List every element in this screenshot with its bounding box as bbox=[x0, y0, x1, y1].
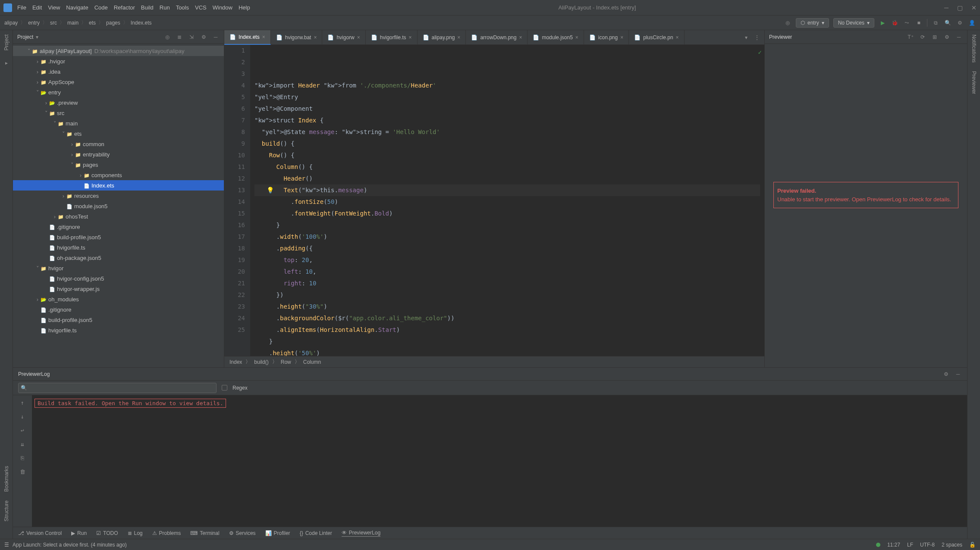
tabs-more-icon[interactable]: ⋮ bbox=[753, 34, 761, 41]
gear-icon[interactable]: ⚙ bbox=[943, 33, 951, 41]
menu-window[interactable]: Window bbox=[213, 4, 232, 11]
settings-icon[interactable]: ⚙ bbox=[956, 19, 964, 27]
tree-row[interactable]: build-profile.json5 bbox=[13, 232, 224, 242]
run-icon[interactable]: ▶ bbox=[879, 19, 886, 27]
pick-icon[interactable]: ⊞ bbox=[931, 33, 939, 41]
tree-row[interactable]: ›.hvigor bbox=[13, 56, 224, 66]
tree-row[interactable]: ›.idea bbox=[13, 66, 224, 77]
tree-row[interactable]: ›.preview bbox=[13, 97, 224, 108]
editor-tab[interactable]: 📄icon.png× bbox=[584, 30, 629, 45]
tree-row[interactable]: ˅src bbox=[13, 108, 224, 118]
close-tab-icon[interactable]: × bbox=[620, 34, 623, 41]
tree-row[interactable]: ˅pages bbox=[13, 159, 224, 170]
project-tab[interactable]: Project bbox=[3, 34, 9, 50]
tree-row[interactable]: .gitignore bbox=[13, 304, 224, 315]
tree-row[interactable]: ˅entry bbox=[13, 87, 224, 97]
status-icon[interactable]: ☰ bbox=[4, 542, 9, 548]
collapse-icon[interactable]: ≣ bbox=[176, 33, 183, 41]
menu-code[interactable]: Code bbox=[94, 4, 108, 11]
menu-refactor[interactable]: Refactor bbox=[114, 4, 135, 11]
breadcrumb-item[interactable]: entry bbox=[28, 20, 40, 26]
close-tab-icon[interactable]: × bbox=[676, 34, 679, 41]
maximize-icon[interactable]: ▢ bbox=[957, 4, 963, 11]
target-icon[interactable]: ◎ bbox=[784, 19, 792, 27]
expand-icon[interactable]: ⇲ bbox=[188, 33, 195, 41]
tool-window-tab[interactable]: ▶Run bbox=[71, 530, 87, 536]
cursor-position[interactable]: 11:27 bbox=[887, 542, 900, 548]
editor-tab[interactable]: 📄arrowDown.png× bbox=[466, 30, 528, 45]
tabs-dropdown-icon[interactable]: ▾ bbox=[742, 34, 750, 41]
hide-icon[interactable]: ─ bbox=[954, 370, 962, 378]
encoding[interactable]: UTF-8 bbox=[920, 542, 935, 548]
menu-edit[interactable]: Edit bbox=[32, 4, 42, 11]
tree-row[interactable]: ›oh_modules bbox=[13, 294, 224, 304]
menu-navigate[interactable]: Navigate bbox=[66, 4, 88, 11]
device-selector[interactable]: No Devices▾ bbox=[833, 18, 874, 28]
tree-row[interactable]: ›resources bbox=[13, 191, 224, 201]
close-tab-icon[interactable]: × bbox=[575, 34, 578, 41]
refresh-icon[interactable]: ⟳ bbox=[919, 33, 927, 41]
menu-help[interactable]: Help bbox=[239, 4, 250, 11]
editor-tab[interactable]: 📄module.json5× bbox=[528, 30, 584, 45]
tree-row[interactable]: ›AppScope bbox=[13, 77, 224, 87]
breadcrumb-item[interactable]: src bbox=[50, 20, 57, 26]
structure-tab[interactable]: Structure bbox=[3, 500, 9, 522]
tree-row[interactable]: Index.ets bbox=[13, 180, 224, 191]
breadcrumb-item[interactable]: pages bbox=[106, 20, 120, 26]
tree-row[interactable]: ›entryability bbox=[13, 149, 224, 159]
previewer-tab[interactable]: Previewer bbox=[971, 71, 977, 94]
lock-icon[interactable]: 🔓 bbox=[969, 542, 976, 548]
breadcrumb-item[interactable]: main bbox=[67, 20, 79, 26]
hide-icon[interactable]: ─ bbox=[955, 33, 963, 41]
hide-icon[interactable]: ─ bbox=[212, 33, 220, 41]
tree-row[interactable]: module.json5 bbox=[13, 201, 224, 211]
breadcrumb-item[interactable]: Index.ets bbox=[131, 20, 152, 26]
indent[interactable]: 2 spaces bbox=[942, 542, 962, 548]
tool-window-tab[interactable]: ≣Log bbox=[128, 530, 143, 536]
tree-row[interactable]: ˅alipay [AliPayLayout]D:\workspace\harmo… bbox=[13, 46, 224, 56]
editor-tab[interactable]: 📄hvigorw.bat× bbox=[271, 30, 323, 45]
close-tab-icon[interactable]: × bbox=[519, 34, 522, 41]
tool-window-tab[interactable]: ⎇Version Control bbox=[18, 530, 62, 536]
tree-row[interactable]: ›common bbox=[13, 139, 224, 149]
target-icon[interactable]: ◎ bbox=[163, 33, 171, 41]
tool-window-tab[interactable]: 👁PreviewerLog bbox=[342, 530, 380, 537]
menu-build[interactable]: Build bbox=[141, 4, 154, 11]
search-icon[interactable]: 🔍 bbox=[944, 19, 952, 27]
close-icon[interactable]: ✕ bbox=[971, 4, 977, 11]
tree-row[interactable]: ›ohosTest bbox=[13, 211, 224, 222]
tool-window-tab[interactable]: {}Code Linter bbox=[300, 530, 332, 536]
crumb[interactable]: Index bbox=[229, 359, 242, 365]
gear-icon[interactable]: ⚙ bbox=[942, 370, 950, 378]
down-icon[interactable]: ↓ bbox=[19, 412, 26, 420]
minimize-icon[interactable]: ─ bbox=[944, 4, 949, 11]
code-editor[interactable]: 1234567891011121314151617181920212223242… bbox=[224, 45, 764, 356]
intention-bulb-icon[interactable]: 💡 bbox=[267, 184, 274, 196]
tree-row[interactable]: build-profile.json5 bbox=[13, 315, 224, 325]
up-icon[interactable]: ↑ bbox=[19, 399, 26, 406]
tree-row[interactable]: hvigorfile.ts bbox=[13, 242, 224, 253]
tree-row[interactable]: ˅main bbox=[13, 118, 224, 128]
menu-run[interactable]: Run bbox=[160, 4, 170, 11]
tree-row[interactable]: .gitignore bbox=[13, 222, 224, 232]
inspection-ok-icon[interactable]: ✓ bbox=[758, 47, 762, 58]
tree-row[interactable]: hvigor-config.json5 bbox=[13, 273, 224, 284]
log-search-input[interactable] bbox=[18, 383, 217, 393]
attach-icon[interactable]: ⤳ bbox=[903, 19, 911, 27]
close-tab-icon[interactable]: × bbox=[357, 34, 360, 41]
tool-window-tab[interactable]: ⚙Services bbox=[229, 530, 256, 536]
tool-window-tab[interactable]: 📊Profiler bbox=[265, 530, 290, 536]
editor-tab[interactable]: 📄alipay.png× bbox=[418, 30, 466, 45]
menu-vcs[interactable]: VCS bbox=[195, 4, 207, 11]
font-icon[interactable]: T⁺ bbox=[907, 33, 914, 41]
close-tab-icon[interactable]: × bbox=[409, 34, 412, 41]
editor-tab[interactable]: 📄hvigorfile.ts× bbox=[366, 30, 418, 45]
wrap-icon[interactable]: ↩ bbox=[19, 426, 26, 434]
editor-tab[interactable]: 📄Index.ets× bbox=[224, 30, 271, 45]
breadcrumb-item[interactable]: alipay bbox=[4, 20, 18, 26]
module-selector[interactable]: ⬡ entry▾ bbox=[796, 18, 829, 28]
tree-row[interactable]: hvigor-wrapper.js bbox=[13, 284, 224, 294]
scroll-icon[interactable]: ⇊ bbox=[19, 440, 26, 448]
stop-icon[interactable]: ■ bbox=[915, 19, 923, 27]
menu-file[interactable]: File bbox=[17, 4, 26, 11]
